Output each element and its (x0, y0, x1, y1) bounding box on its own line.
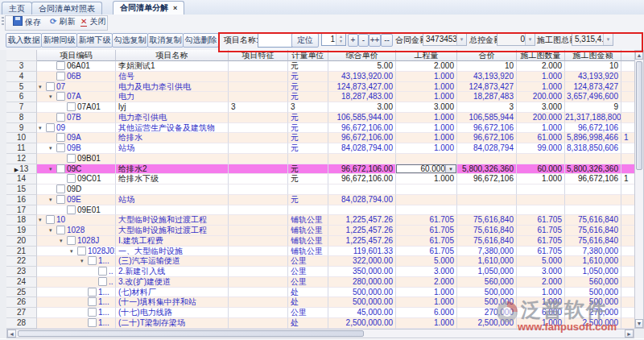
unit-cell[interactable]: 元 (288, 164, 328, 175)
row-checkbox[interactable] (67, 205, 76, 214)
project-name-cell[interactable]: 给排水下级 (116, 174, 229, 185)
unit-cell[interactable]: 元 (288, 123, 328, 134)
project-name-cell[interactable]: 给排水 (116, 133, 229, 143)
drawing-qty-cell[interactable]: 1.000 (517, 174, 565, 185)
total-price-cell[interactable]: 43,193,920 (457, 72, 517, 82)
expand-collapse-icon[interactable]: ▾ (39, 123, 46, 134)
feature-cell[interactable] (229, 61, 288, 72)
project-code-cell[interactable]: ▾09 (37, 123, 116, 134)
column-header[interactable]: 合价 (457, 50, 517, 61)
expand-collapse-icon[interactable]: ▾ (49, 195, 56, 205)
row-number[interactable]: 15 (6, 185, 37, 195)
project-name-cell[interactable]: (七)材料厂 (116, 288, 229, 298)
quantity-cell[interactable]: 1.000 (396, 82, 457, 93)
row-checkbox[interactable] (88, 318, 97, 327)
unit-price-cell[interactable]: 280,000.00 (328, 277, 396, 288)
project-code-cell[interactable]: 1... (37, 297, 116, 308)
total-price-cell[interactable]: 96,672,106 (457, 133, 517, 143)
horizontal-scrollbar[interactable]: ◄ ► (6, 329, 634, 338)
project-name-cell[interactable] (116, 185, 229, 195)
row-number[interactable]: 5 (6, 82, 37, 93)
drawing-amount-cell[interactable]: 96,672,106 (565, 123, 621, 134)
quantity-cell[interactable]: 1.000 (396, 113, 457, 123)
row-checkbox[interactable] (56, 72, 65, 81)
vertical-scroll-thumb[interactable] (636, 61, 642, 170)
drawing-amount-cell[interactable]: 8,318,850,606 (565, 143, 621, 154)
row-number[interactable]: 22 (6, 256, 37, 267)
unit-price-cell[interactable]: 2,500,000.00 (328, 318, 396, 329)
drawing-qty-cell[interactable]: 1.000 (517, 72, 565, 82)
project-name-cell[interactable]: 一、大型临时设施 (116, 247, 229, 257)
drawing-amount-cell[interactable]: 43,193,920 (565, 72, 621, 82)
unit-price-cell[interactable]: 96,672,106.00 (328, 133, 396, 143)
unit-cell[interactable]: 元 (288, 92, 328, 102)
drawing-qty-cell[interactable]: 2.000 (517, 277, 565, 288)
total-price-cell[interactable]: 18,287,483 (457, 92, 517, 102)
expand-one-button[interactable]: + (348, 34, 358, 47)
row-checkbox[interactable] (46, 82, 55, 91)
scroll-right-icon[interactable]: ► (625, 330, 634, 338)
tab-close-icon[interactable]: × (173, 4, 177, 12)
unit-cell[interactable]: 公里 (288, 267, 328, 277)
quantity-cell[interactable]: 2.000 (396, 61, 457, 72)
total-price-cell[interactable] (457, 195, 517, 205)
total-price-cell[interactable] (457, 185, 517, 195)
column-header[interactable]: 工程量 (396, 50, 457, 61)
unit-cell[interactable] (288, 185, 328, 195)
expand-collapse-icon[interactable]: ▾ (49, 143, 56, 154)
quantity-cell[interactable]: 1.000 (396, 174, 457, 185)
cancel-copy-button[interactable]: 取消复制 (147, 33, 184, 48)
drawing-qty-cell[interactable]: 6.000 (517, 308, 565, 318)
drawing-qty-cell[interactable]: 1.000 (517, 82, 565, 93)
tab-contract-breakdown[interactable]: 合同清单分解× (113, 1, 184, 15)
drawing-qty-cell[interactable] (517, 205, 565, 216)
level-spinner[interactable]: 1 ▴▾ (321, 33, 346, 46)
total-price-cell[interactable] (457, 154, 517, 164)
contract-amount-combo[interactable]: 347345335 ▾ (423, 33, 467, 46)
tab-contract-compare[interactable]: 合同清单对照表 (31, 2, 102, 15)
row-checkbox[interactable] (67, 102, 76, 111)
unit-cell[interactable]: 元 (288, 113, 328, 123)
drawing-qty-cell[interactable] (517, 154, 565, 164)
feature-cell[interactable] (229, 92, 288, 102)
drawing-amount-cell[interactable]: 5,800,326,360 (565, 164, 621, 175)
feature-cell[interactable] (229, 297, 288, 308)
close-button[interactable]: ✕关闭 (79, 15, 107, 27)
row-number[interactable]: 3 (6, 61, 37, 72)
total-price-cell[interactable]: 1,610,000 (457, 256, 517, 267)
quantity-editor[interactable]: 60.000▾ (396, 164, 456, 174)
expand-collapse-icon[interactable]: ▾ (60, 236, 67, 247)
unit-price-cell[interactable]: 18,287,483.00 (328, 92, 396, 102)
unit-price-cell[interactable] (328, 205, 396, 216)
project-code-cell[interactable]: 1... (37, 288, 116, 298)
unit-price-cell[interactable]: 45,000.00 (328, 308, 396, 318)
drawing-qty-cell[interactable]: 2.000 (517, 61, 565, 72)
feature-cell[interactable] (229, 308, 288, 318)
feature-cell[interactable] (229, 164, 288, 175)
row-checkbox[interactable] (88, 308, 97, 317)
collapse-one-button[interactable]: - (358, 34, 369, 47)
expand-collapse-icon[interactable]: ▾ (80, 256, 88, 267)
row-checkbox[interactable] (56, 61, 65, 70)
unit-cell[interactable]: 公里 (288, 277, 328, 288)
project-code-cell[interactable]: ▾1028J01 (37, 247, 116, 257)
project-name-cell[interactable] (116, 205, 229, 216)
row-checkbox[interactable] (56, 226, 65, 234)
expand-collapse-icon[interactable]: ▾ (49, 92, 56, 102)
quantity-cell[interactable]: 3.000 (396, 267, 457, 277)
row-number[interactable]: 20 (6, 236, 37, 247)
scroll-up-icon[interactable]: ▲ (635, 51, 643, 60)
unit-cell[interactable]: 元 (288, 72, 328, 82)
row-checkbox[interactable] (77, 247, 86, 255)
drawing-amount-cell[interactable]: 1,050,000 (565, 267, 621, 277)
project-name-cell[interactable]: 大型临时设施和过渡工程 (116, 215, 229, 226)
unit-cell[interactable]: 公里 (288, 256, 328, 267)
drawing-qty-cell[interactable]: 1.000 (517, 297, 565, 308)
row-number[interactable]: 21 (6, 247, 37, 257)
unit-cell[interactable] (288, 154, 328, 164)
row-number[interactable]: 26 (6, 297, 37, 308)
unit-cell[interactable]: 元 (288, 133, 328, 143)
drawing-amount-cell[interactable] (565, 185, 621, 195)
control-amount-combo[interactable]: 0 ▾ (497, 33, 535, 46)
quantity-cell[interactable]: 1.000 (396, 318, 457, 329)
